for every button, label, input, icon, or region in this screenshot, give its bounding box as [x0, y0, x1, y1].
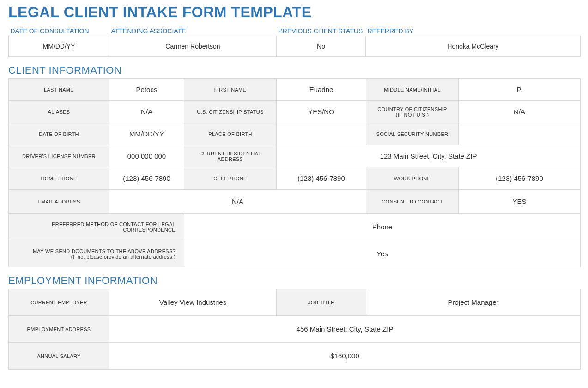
label-cell-phone: CELL PHONE [184, 167, 277, 190]
label-salary: ANNUAL SALARY [9, 343, 109, 370]
value-preferred[interactable]: Phone [184, 214, 581, 240]
label-work-phone: WORK PHONE [366, 167, 459, 190]
value-first-name[interactable]: Euadne [277, 79, 366, 101]
label-pob: PLACE OF BIRTH [184, 123, 277, 145]
label-citizenship: U.S. CITIZENSHIP STATUS [184, 101, 277, 123]
label-country-line1: COUNTRY OF CITIZENSHIP [377, 106, 447, 112]
label-send-line2: (If no, please provide an alternate addr… [71, 254, 176, 259]
value-citizenship[interactable]: YES/NO [277, 101, 366, 123]
value-address[interactable]: 123 Main Street, City, State ZIP [277, 145, 581, 167]
label-send: MAY WE SEND DOCUMENTS TO THE ABOVE ADDRE… [9, 240, 184, 267]
label-preferred: PREFERRED METHOD OF CONTACT FOR LEGAL CO… [9, 214, 184, 240]
label-preferred-line2: CORRESPONDENCE [123, 227, 176, 233]
label-ssn: SOCIAL SECURITY NUMBER [366, 123, 459, 145]
value-dln[interactable]: 000 000 000 [109, 145, 184, 167]
consultation-table: DATE OF CONSULTATION ATTENDING ASSOCIATE… [8, 25, 581, 57]
value-pob[interactable] [277, 123, 366, 145]
label-first-name: FIRST NAME [184, 79, 277, 101]
label-employer: CURRENT EMPLOYER [9, 289, 109, 316]
section-employment-info: EMPLOYMENT INFORMATION [8, 275, 580, 287]
value-consent[interactable]: YES [459, 190, 581, 214]
value-referred[interactable]: Honoka McCleary [366, 36, 581, 57]
value-emp-address[interactable]: 456 Main Street, City, State ZIP [109, 316, 581, 343]
label-emp-address: EMPLOYMENT ADDRESS [9, 316, 109, 343]
label-last-name: LAST NAME [9, 79, 109, 101]
value-aliases[interactable]: N/A [109, 101, 184, 123]
header-previous: PREVIOUS CLIENT STATUS [277, 25, 366, 36]
value-date[interactable]: MM/DD/YY [9, 36, 109, 57]
label-home-phone: HOME PHONE [9, 167, 109, 190]
value-dob[interactable]: MM/DD/YY [109, 123, 184, 145]
value-associate[interactable]: Carmen Robertson [109, 36, 277, 57]
label-address: CURRENT RESIDENTIAL ADDRESS [184, 145, 277, 167]
value-ssn[interactable] [459, 123, 581, 145]
label-dob: DATE OF BIRTH [9, 123, 109, 145]
value-employer[interactable]: Valley View Industries [109, 289, 277, 316]
label-country-line2: (IF NOT U.S.) [370, 112, 455, 117]
employment-info-table: CURRENT EMPLOYER Valley View Industries … [8, 289, 581, 370]
header-associate: ATTENDING ASSOCIATE [109, 25, 277, 36]
page-title: LEGAL CLIENT INTAKE FORM TEMPLATE [8, 4, 580, 21]
label-send-line1: MAY WE SEND DOCUMENTS TO THE ABOVE ADDRE… [33, 248, 176, 254]
header-date: DATE OF CONSULTATION [9, 25, 109, 36]
label-email: EMAIL ADDRESS [9, 190, 109, 214]
value-home-phone[interactable]: (123) 456-7890 [109, 167, 184, 190]
label-aliases: ALIASES [9, 101, 109, 123]
header-referred: REFERRED BY [366, 25, 581, 36]
label-country: COUNTRY OF CITIZENSHIP (IF NOT U.S.) [366, 101, 459, 123]
label-preferred-line1: PREFERRED METHOD OF CONTACT FOR LEGAL [52, 222, 176, 227]
value-previous[interactable]: No [277, 36, 366, 57]
value-middle[interactable]: P. [459, 79, 581, 101]
client-info-table: LAST NAME Petocs FIRST NAME Euadne MIDDL… [8, 78, 581, 267]
value-email[interactable]: N/A [109, 190, 366, 214]
value-cell-phone[interactable]: (123) 456-7890 [277, 167, 366, 190]
label-middle: MIDDLE NAME/INITIAL [366, 79, 459, 101]
label-consent: CONSENT TO CONTACT [366, 190, 459, 214]
value-last-name[interactable]: Petocs [109, 79, 184, 101]
value-job-title[interactable]: Project Manager [366, 289, 581, 316]
value-work-phone[interactable]: (123) 456-7890 [459, 167, 581, 190]
label-dln: DRIVER'S LICENSE NUMBER [9, 145, 109, 167]
value-country[interactable]: N/A [459, 101, 581, 123]
section-client-info: CLIENT INFORMATION [8, 64, 580, 76]
value-send[interactable]: Yes [184, 240, 581, 267]
value-salary[interactable]: $160,000 [109, 343, 581, 370]
label-job-title: JOB TITLE [277, 289, 366, 316]
